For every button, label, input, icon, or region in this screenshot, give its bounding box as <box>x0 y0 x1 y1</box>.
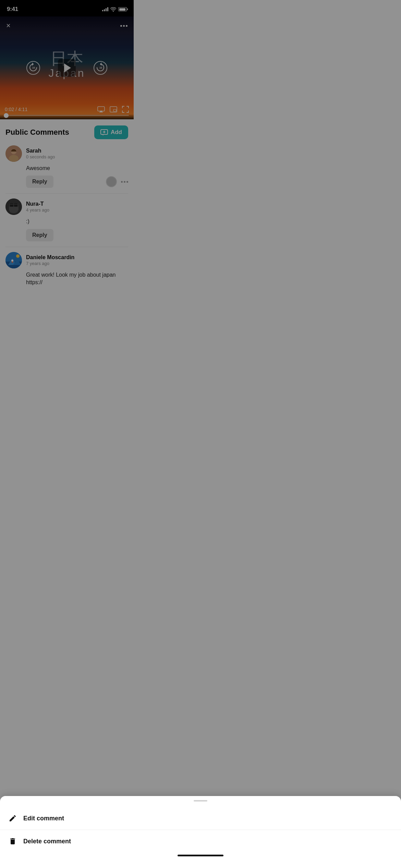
dim-overlay <box>0 0 134 301</box>
